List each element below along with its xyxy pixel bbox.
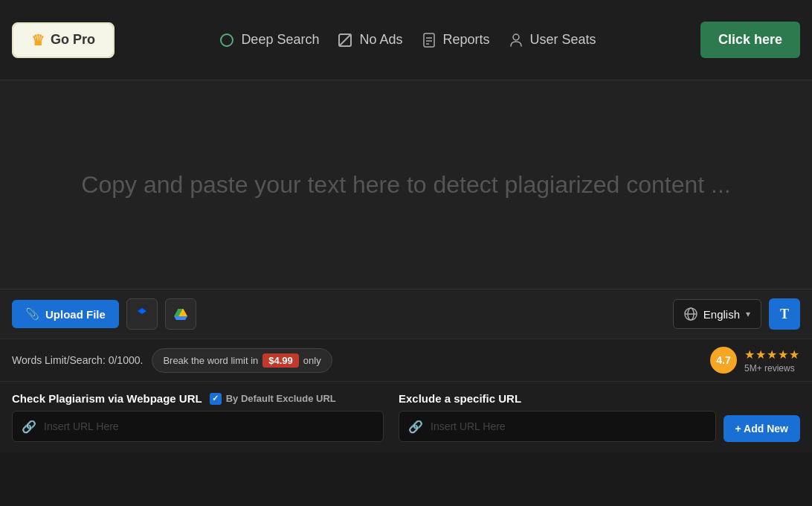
url-block-left: Check Plagiarism via Webpage URL ✓ By De… bbox=[12, 392, 384, 442]
main-content: Copy and paste your text here to detect … bbox=[0, 80, 812, 339]
upload-label: Upload File bbox=[45, 308, 106, 321]
google-drive-button[interactable] bbox=[165, 298, 196, 330]
url-section: Check Plagiarism via Webpage URL ✓ By De… bbox=[0, 381, 812, 452]
url-left-label-text: Check Plagiarism via Webpage URL bbox=[12, 392, 202, 405]
text-format-icon: T bbox=[780, 307, 789, 322]
price-suffix: only bbox=[303, 355, 321, 366]
url-block-right: Exclude a specific URL 🔗 + Add New bbox=[399, 392, 800, 442]
upload-file-button[interactable]: 📎 Upload File bbox=[12, 300, 119, 328]
checkbox-label: By Default Exclude URL bbox=[226, 393, 336, 404]
text-area-wrapper[interactable]: Copy and paste your text here to detect … bbox=[0, 80, 812, 289]
no-ads-icon bbox=[337, 32, 353, 48]
crown-icon: ♛ bbox=[31, 31, 45, 49]
text-format-button[interactable]: T bbox=[769, 298, 800, 330]
dropbox-icon bbox=[134, 306, 150, 322]
go-pro-button[interactable]: ♛ Go Pro bbox=[12, 22, 115, 58]
url-right-inner: Exclude a specific URL 🔗 + Add New bbox=[399, 392, 800, 442]
feature-reports: Reports bbox=[421, 32, 490, 48]
features-list: Deep Search No Ads Reports bbox=[126, 32, 689, 48]
svg-rect-3 bbox=[424, 33, 434, 47]
url-input-wrapper-left: 🔗 bbox=[12, 411, 384, 442]
svg-line-2 bbox=[339, 34, 351, 46]
url-left-label: Check Plagiarism via Webpage URL ✓ By De… bbox=[12, 392, 384, 405]
dropbox-button[interactable] bbox=[126, 298, 158, 330]
go-pro-label: Go Pro bbox=[51, 32, 95, 48]
rating-circle: 4.7 bbox=[710, 347, 737, 374]
feature-no-ads: No Ads bbox=[337, 32, 402, 48]
rating-value: 4.7 bbox=[716, 354, 730, 366]
user-seats-icon bbox=[508, 32, 524, 48]
price-badge: $4.99 bbox=[262, 353, 299, 368]
svg-point-7 bbox=[513, 34, 519, 40]
language-label: English bbox=[703, 308, 740, 321]
header: ♛ Go Pro Deep Search No Ads bbox=[0, 0, 812, 80]
deep-search-icon bbox=[219, 32, 235, 48]
reports-icon bbox=[421, 32, 437, 48]
feature-user-seats: User Seats bbox=[508, 32, 596, 48]
stars-display: ★★★★★ bbox=[744, 348, 800, 362]
rating-section: 4.7 ★★★★★ 5M+ reviews bbox=[710, 347, 800, 374]
word-limit-bar: Words Limit/Search: 0/1000. Break the wo… bbox=[0, 339, 812, 381]
url-input-wrapper-right: 🔗 bbox=[399, 411, 716, 442]
no-ads-label: No Ads bbox=[359, 32, 402, 48]
user-seats-label: User Seats bbox=[530, 32, 596, 48]
break-limit-badge[interactable]: Break the word limit in $4.99 only bbox=[152, 348, 332, 373]
reviews-count: 5M+ reviews bbox=[744, 363, 800, 374]
checkbox-icon: ✓ bbox=[210, 393, 222, 405]
deep-search-label: Deep Search bbox=[241, 32, 319, 48]
reports-label: Reports bbox=[443, 32, 490, 48]
click-here-button[interactable]: Click here bbox=[700, 22, 800, 58]
url-input-left[interactable] bbox=[44, 411, 374, 441]
globe-icon bbox=[684, 307, 697, 321]
feature-deep-search: Deep Search bbox=[219, 32, 319, 48]
url-input-right[interactable] bbox=[431, 411, 706, 441]
paperclip-icon: 📎 bbox=[25, 307, 39, 321]
add-new-button[interactable]: + Add New bbox=[724, 415, 800, 442]
chevron-down-icon: ▾ bbox=[746, 309, 750, 319]
url-right-label: Exclude a specific URL bbox=[399, 392, 716, 405]
break-limit-text: Break the word limit in bbox=[163, 355, 258, 366]
url-checkbox[interactable]: ✓ By Default Exclude URL bbox=[210, 393, 336, 405]
link-icon-left: 🔗 bbox=[22, 420, 36, 434]
url-right-content: Exclude a specific URL 🔗 bbox=[399, 392, 716, 442]
stars-section: ★★★★★ 5M+ reviews bbox=[744, 348, 800, 374]
google-drive-icon bbox=[173, 306, 189, 322]
language-selector[interactable]: English ▾ bbox=[673, 299, 761, 329]
placeholder-text[interactable]: Copy and paste your text here to detect … bbox=[81, 168, 730, 202]
svg-point-0 bbox=[221, 34, 233, 46]
link-icon-right: 🔗 bbox=[408, 420, 423, 434]
url-right-label-text: Exclude a specific URL bbox=[399, 392, 521, 405]
word-count-text: Words Limit/Search: 0/1000. bbox=[12, 354, 143, 366]
bottom-toolbar: 📎 Upload File English ▾ bbox=[0, 289, 812, 339]
